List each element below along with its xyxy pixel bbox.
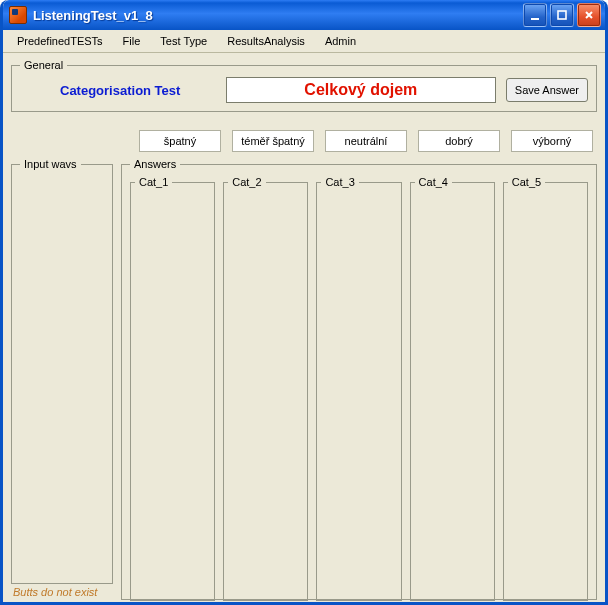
answer-column-2-label: Cat_2	[228, 176, 265, 188]
general-group: General Categorisation Test Save Answer	[11, 59, 597, 112]
category-button-5[interactable]: výborný	[511, 130, 593, 152]
category-button-3[interactable]: neutrální	[325, 130, 407, 152]
window-title: ListeningTest_v1_8	[33, 8, 153, 23]
impression-input[interactable]	[226, 77, 496, 103]
answer-column-5-label: Cat_5	[508, 176, 545, 188]
svg-rect-1	[558, 11, 566, 19]
category-button-4[interactable]: dobrý	[418, 130, 500, 152]
menubar: PredefinedTESTs File Test Type ResultsAn…	[3, 30, 605, 53]
answers-group: Answers Cat_1 Cat_2 Cat_3 Cat_4	[121, 158, 597, 600]
close-button[interactable]	[577, 3, 601, 27]
save-answer-button[interactable]: Save Answer	[506, 78, 588, 102]
menu-admin[interactable]: Admin	[315, 32, 366, 50]
answer-column-1: Cat_1	[130, 176, 215, 601]
app-icon	[9, 6, 27, 24]
answer-column-5: Cat_5	[503, 176, 588, 601]
menu-predefined-tests[interactable]: PredefinedTESTs	[7, 32, 113, 50]
menu-test-type[interactable]: Test Type	[150, 32, 217, 50]
answers-legend: Answers	[130, 158, 180, 170]
answer-column-1-label: Cat_1	[135, 176, 172, 188]
maximize-button[interactable]	[550, 3, 574, 27]
input-wavs-legend: Input wavs	[20, 158, 81, 170]
menu-file[interactable]: File	[113, 32, 151, 50]
category-button-2[interactable]: téměř špatný	[232, 130, 314, 152]
client-area: General Categorisation Test Save Answer …	[3, 53, 605, 602]
input-wavs-group: Input wavs	[11, 158, 113, 584]
input-wavs-panel: Input wavs	[11, 158, 113, 584]
categorisation-test-label: Categorisation Test	[60, 83, 180, 98]
close-icon	[583, 9, 595, 21]
svg-rect-0	[531, 18, 539, 20]
minimize-button[interactable]	[523, 3, 547, 27]
category-button-1[interactable]: špatný	[139, 130, 221, 152]
app-window: ListeningTest_v1_8 PredefinedTESTs File …	[0, 0, 608, 605]
minimize-icon	[529, 9, 541, 21]
maximize-icon	[556, 9, 568, 21]
answers-panel: Answers Cat_1 Cat_2 Cat_3 Cat_4	[121, 158, 597, 584]
answer-column-4-label: Cat_4	[415, 176, 452, 188]
category-button-row: špatný téměř špatný neutrální dobrý výbo…	[11, 130, 593, 152]
titlebar: ListeningTest_v1_8	[3, 0, 605, 30]
menu-results-analysis[interactable]: ResultsAnalysis	[217, 32, 315, 50]
general-legend: General	[20, 59, 67, 71]
answer-column-3: Cat_3	[316, 176, 401, 601]
answer-column-3-label: Cat_3	[321, 176, 358, 188]
answer-column-2: Cat_2	[223, 176, 308, 601]
window-buttons	[523, 3, 601, 27]
status-text: Butts do not exist	[11, 584, 597, 598]
answer-column-4: Cat_4	[410, 176, 495, 601]
